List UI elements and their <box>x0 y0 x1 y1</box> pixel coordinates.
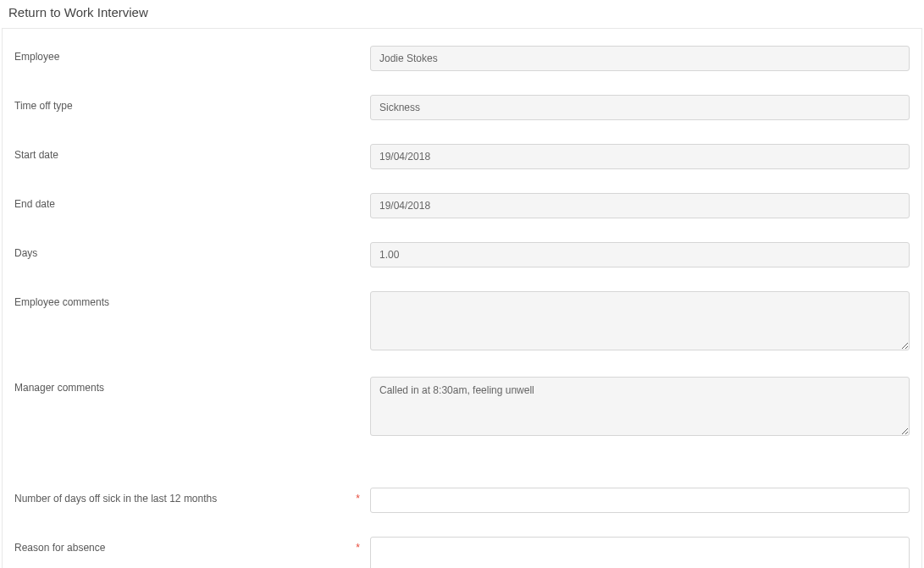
row-days: Days <box>14 242 910 267</box>
required-marker: * <box>356 542 360 554</box>
row-manager-comments: Manager comments Called in at 8:30am, fe… <box>14 377 910 438</box>
row-time-off-type: Time off type <box>14 95 910 120</box>
label-reason-for-absence: Reason for absence * <box>14 537 370 554</box>
label-time-off-type: Time off type <box>14 95 370 112</box>
row-start-date: Start date <box>14 144 910 169</box>
days-off-sick-input[interactable] <box>370 488 910 513</box>
end-date-field <box>370 193 910 218</box>
label-days-off-sick-text: Number of days off sick in the last 12 m… <box>14 493 217 505</box>
label-reason-for-absence-text: Reason for absence <box>14 542 105 554</box>
row-employee-comments: Employee comments <box>14 291 910 353</box>
start-date-field <box>370 144 910 169</box>
row-employee: Employee <box>14 46 910 71</box>
employee-comments-field <box>370 291 910 350</box>
days-field <box>370 242 910 267</box>
reason-for-absence-input[interactable] <box>370 537 910 568</box>
page-title: Return to Work Interview <box>0 0 924 28</box>
row-days-off-sick: Number of days off sick in the last 12 m… <box>14 488 910 513</box>
label-employee-comments: Employee comments <box>14 291 370 308</box>
row-end-date: End date <box>14 193 910 218</box>
label-employee: Employee <box>14 46 370 63</box>
row-reason-for-absence: Reason for absence * <box>14 537 910 568</box>
manager-comments-field: Called in at 8:30am, feeling unwell <box>370 377 910 436</box>
label-start-date: Start date <box>14 144 370 161</box>
form-container: Employee Time off type Start date End da… <box>2 28 922 568</box>
section-spacer <box>14 462 910 488</box>
employee-field <box>370 46 910 71</box>
label-days-off-sick: Number of days off sick in the last 12 m… <box>14 488 370 505</box>
time-off-type-field <box>370 95 910 120</box>
required-marker: * <box>356 493 360 505</box>
label-end-date: End date <box>14 193 370 210</box>
label-days: Days <box>14 242 370 259</box>
label-manager-comments: Manager comments <box>14 377 370 394</box>
